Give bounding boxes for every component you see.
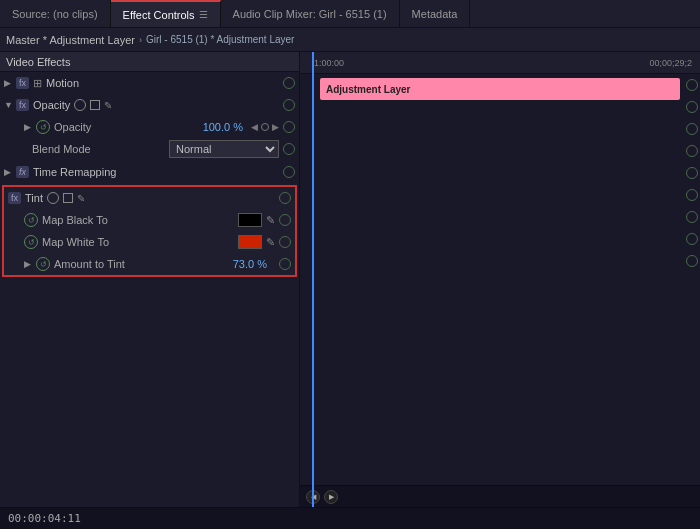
tl-reset-opacity[interactable] <box>686 101 698 113</box>
tint-pencil-icon: ✎ <box>77 193 85 204</box>
time-remap-label: Time Remapping <box>33 166 116 178</box>
tl-reset-8 <box>686 228 698 250</box>
opacity-prop-reset[interactable] <box>283 121 295 133</box>
tl-reset-3 <box>686 118 698 140</box>
tl-reset-2 <box>686 96 698 118</box>
opacity-prop-chevron: ▶ <box>24 122 36 132</box>
time-indicator[interactable] <box>312 52 314 507</box>
adjustment-layer-clip[interactable]: Adjustment Layer <box>320 78 680 100</box>
time-start: 1:00:00 <box>314 58 344 68</box>
amount-label: Amount to Tint <box>54 258 233 270</box>
tl-reset-4 <box>686 140 698 162</box>
timeline-reset-col <box>686 74 698 272</box>
motion-fx-badge: fx <box>16 77 29 89</box>
tl-reset-amount[interactable] <box>686 255 698 267</box>
breadcrumb-arrow: › <box>139 35 142 45</box>
map-white-eyedropper[interactable]: ✎ <box>266 236 275 249</box>
tl-reset-mapwhite[interactable] <box>686 233 698 245</box>
tab-metadata[interactable]: Metadata <box>400 0 471 27</box>
video-effects-label: Video Effects <box>6 56 70 68</box>
motion-row[interactable]: ▶ fx ⊞ Motion <box>0 72 299 94</box>
motion-label: Motion <box>46 77 79 89</box>
opacity-row[interactable]: ▼ fx Opacity ✎ <box>0 94 299 116</box>
map-black-label: Map Black To <box>42 214 238 226</box>
opacity-rect-icon <box>90 100 100 110</box>
master-label[interactable]: Master * Adjustment Layer <box>6 34 135 46</box>
amount-reset[interactable] <box>279 258 291 270</box>
motion-transform-icon: ⊞ <box>33 77 42 90</box>
amount-value[interactable]: 73.0 % <box>233 258 267 270</box>
motion-chevron: ▶ <box>4 78 16 88</box>
map-black-swatch[interactable] <box>238 213 262 227</box>
tab-menu-icon[interactable]: ☰ <box>199 9 208 20</box>
opacity-label: Opacity <box>33 99 70 111</box>
opacity-prop-icon: ↺ <box>36 120 50 134</box>
left-panel: Video Effects ▶ fx ⊞ Motion ▼ fx Opacity… <box>0 52 300 507</box>
timeline-ruler: 1:00:00 00;00;29;2 <box>300 52 700 74</box>
blend-mode-label: Blend Mode <box>32 143 169 155</box>
opacity-circle-icon <box>74 99 86 111</box>
tl-reset-9 <box>686 250 698 272</box>
tl-reset-mapblack[interactable] <box>686 211 698 223</box>
next-icon: ▶ <box>329 493 334 501</box>
tl-reset-tint[interactable] <box>686 189 698 201</box>
tint-fx-badge: fx <box>8 192 21 204</box>
blend-mode-select[interactable]: Normal Multiply Screen Overlay <box>169 140 279 158</box>
time-remap-badge: fx <box>16 166 29 178</box>
map-white-reset[interactable] <box>279 236 291 248</box>
opacity-prop-name: Opacity <box>54 121 203 133</box>
map-black-row: ↺ Map Black To ✎ <box>4 209 295 231</box>
tl-reset-opacity-val[interactable] <box>686 123 698 135</box>
tab-audio-mixer-label: Audio Clip Mixer: Girl - 6515 (1) <box>233 8 387 20</box>
time-remap-chevron: ▶ <box>4 167 16 177</box>
sub-header: Master * Adjustment Layer › Girl - 6515 … <box>0 28 700 52</box>
map-black-icon: ↺ <box>24 213 38 227</box>
opacity-pencil-icon: ✎ <box>104 100 112 111</box>
status-bar: 00:00:04:11 <box>0 507 700 529</box>
breadcrumb: Master * Adjustment Layer › Girl - 6515 … <box>6 34 294 46</box>
timeline-nav-controls: ◀ ▶ <box>306 490 338 504</box>
map-black-reset[interactable] <box>279 214 291 226</box>
tl-reset-timeremap[interactable] <box>686 167 698 179</box>
map-white-row: ↺ Map White To ✎ <box>4 231 295 253</box>
opacity-prop-row: ▶ ↺ Opacity 100.0 % ◀ ▶ <box>0 116 299 138</box>
motion-reset[interactable] <box>283 77 295 89</box>
tab-source[interactable]: Source: (no clips) <box>0 0 111 27</box>
map-black-eyedropper[interactable]: ✎ <box>266 214 275 227</box>
tl-reset-motion[interactable] <box>686 79 698 91</box>
tab-audio-mixer[interactable]: Audio Clip Mixer: Girl - 6515 (1) <box>221 0 400 27</box>
blend-mode-reset[interactable] <box>283 143 295 155</box>
map-white-swatch[interactable] <box>238 235 262 249</box>
tab-source-label: Source: (no clips) <box>12 8 98 20</box>
blend-row: Blend Mode Normal Multiply Screen Overla… <box>0 138 299 160</box>
tint-section: fx Tint ✎ ↺ Map Black To ✎ ↺ Map <box>2 185 297 277</box>
video-effects-header: Video Effects <box>0 52 299 72</box>
amount-icon: ↺ <box>36 257 50 271</box>
tab-effect-controls[interactable]: Effect Controls ☰ <box>111 0 221 27</box>
time-end: 00;00;29;2 <box>649 58 692 68</box>
opacity-icons: ✎ <box>74 99 112 111</box>
tl-reset-blend[interactable] <box>686 145 698 157</box>
map-white-icon: ↺ <box>24 235 38 249</box>
timeline-next-btn[interactable]: ▶ <box>324 490 338 504</box>
tint-header-row[interactable]: fx Tint ✎ <box>4 187 295 209</box>
opacity-reset[interactable] <box>283 99 295 111</box>
main-area: Video Effects ▶ fx ⊞ Motion ▼ fx Opacity… <box>0 52 700 507</box>
time-remap-reset[interactable] <box>283 166 295 178</box>
opacity-value[interactable]: 100.0 % <box>203 121 243 133</box>
tint-rect-icon <box>63 193 73 203</box>
time-remap-row[interactable]: ▶ fx Time Remapping <box>0 161 299 183</box>
tint-circle-icon <box>47 192 59 204</box>
tint-icons: ✎ <box>47 192 85 204</box>
tint-reset[interactable] <box>279 192 291 204</box>
opacity-left-arrow[interactable]: ◀ <box>251 122 258 132</box>
tl-reset-6 <box>686 184 698 206</box>
timeline-bottom-bar: ◀ ▶ <box>300 485 700 507</box>
tl-reset-1 <box>686 74 698 96</box>
amount-chevron: ▶ <box>24 259 36 269</box>
tl-reset-5 <box>686 162 698 184</box>
opacity-keyframe-dot[interactable] <box>261 123 269 131</box>
opacity-chevron: ▼ <box>4 100 16 110</box>
opacity-right-arrow[interactable]: ▶ <box>272 122 279 132</box>
tab-effect-controls-label: Effect Controls <box>123 9 195 21</box>
